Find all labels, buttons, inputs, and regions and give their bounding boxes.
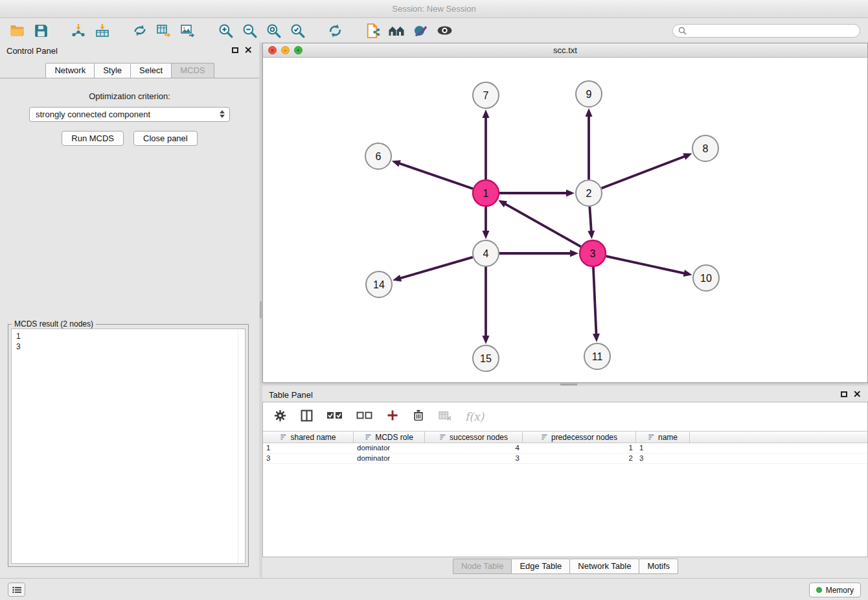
toolbar-search [672, 24, 860, 38]
document-network-icon [365, 23, 381, 39]
table-row[interactable]: 3dominator323 [263, 454, 867, 464]
deselect-all-columns-button[interactable] [356, 410, 373, 423]
document-network-button[interactable] [362, 21, 383, 40]
column-label: predecessor nodes [551, 433, 617, 442]
zoom-in-button[interactable] [215, 21, 236, 40]
optimization-dropdown[interactable]: strongly connected component [29, 107, 230, 122]
home-icon [388, 23, 405, 38]
table-cell: 1 [523, 443, 636, 453]
scrollbar-track[interactable] [238, 329, 238, 563]
table-settings-button[interactable] [273, 409, 287, 425]
graph-node-label: 14 [373, 279, 385, 290]
tab-style[interactable]: Style [94, 63, 131, 78]
import-network-icon [71, 23, 86, 38]
add-column-button[interactable] [386, 409, 399, 424]
table-cell: 1 [263, 443, 354, 453]
column-header-predecessor-nodes[interactable]: predecessor nodes [523, 432, 636, 443]
memory-status-icon [816, 587, 822, 593]
graph-edge-arrowhead [566, 190, 575, 197]
zoom-selected-button[interactable] [287, 21, 308, 40]
open-session-button[interactable] [6, 21, 27, 40]
tab-edge-table[interactable]: Edge Table [511, 559, 570, 574]
table-panel-title: Table Panel [269, 390, 313, 400]
show-columns-button[interactable] [300, 409, 314, 425]
apply-style-button[interactable] [410, 21, 431, 40]
main-toolbar [0, 19, 868, 42]
network-canvas[interactable]: 7968124314101511 [263, 58, 867, 382]
refresh-layout-button[interactable] [325, 21, 345, 40]
column-label: successor nodes [450, 433, 508, 442]
graph-edge-2-8[interactable] [602, 156, 685, 188]
close-panel-button[interactable]: Close panel [133, 131, 198, 146]
tab-select[interactable]: Select [130, 63, 172, 78]
sort-icon [280, 433, 287, 441]
close-panel-icon[interactable]: × [244, 46, 253, 54]
mcds-result-line: 3 [16, 341, 245, 352]
function-builder-button[interactable]: f(x) [465, 410, 484, 423]
column-header-successor-nodes[interactable]: successor nodes [425, 432, 523, 443]
graph-edge-3-1[interactable] [505, 204, 581, 247]
network-window: × − + scc.txt 7968124314101511 [262, 43, 868, 383]
delete-table-button[interactable] [438, 409, 452, 424]
node-table-rows: 1dominator4113dominator323 [263, 443, 867, 464]
show-details-button[interactable] [434, 21, 455, 40]
graph-edge-4-14[interactable] [400, 257, 473, 279]
close-table-panel-icon[interactable]: × [853, 390, 862, 398]
float-table-panel-icon[interactable] [841, 391, 847, 397]
network-window-titlebar[interactable]: × − + scc.txt [263, 43, 867, 58]
export-network-button[interactable] [130, 21, 150, 40]
status-menu-button[interactable] [8, 583, 25, 597]
tab-network[interactable]: Network [45, 63, 95, 78]
graph-edge-2-3[interactable] [589, 207, 591, 231]
table-cell: 1 [636, 443, 690, 453]
column-header-shared-name[interactable]: shared name [263, 432, 354, 443]
export-image-button[interactable] [177, 21, 198, 40]
table-cell: 2 [523, 454, 636, 463]
graph-node-label: 3 [590, 248, 596, 259]
tab-mcds[interactable]: MCDS [171, 63, 214, 78]
export-table-button[interactable] [154, 21, 174, 40]
delete-column-button[interactable] [412, 409, 425, 424]
memory-button[interactable]: Memory [809, 583, 861, 597]
export-image-icon [180, 23, 196, 38]
table-cell: dominator [354, 443, 425, 453]
zoom-selected-icon [290, 23, 306, 39]
import-network-button[interactable] [68, 21, 89, 40]
graph-edge-1-6[interactable] [399, 163, 473, 189]
zoom-in-icon [218, 23, 234, 39]
apply-style-icon [413, 23, 428, 38]
home-button[interactable] [386, 21, 407, 40]
graph-node-label: 9 [586, 89, 592, 100]
zoom-fit-button[interactable] [263, 21, 284, 40]
table-cell: 3 [425, 454, 523, 463]
graph-edge-3-11[interactable] [593, 267, 597, 334]
node-table-header: shared nameMCDS rolesuccessor nodesprede… [263, 431, 867, 443]
tab-node-table[interactable]: Node Table [453, 559, 512, 574]
graph-edge-arrowhead [683, 270, 692, 277]
zoom-out-button[interactable] [239, 21, 260, 40]
mcds-result-title: MCDS result (2 nodes) [12, 319, 96, 329]
export-network-icon [132, 23, 148, 38]
column-header-name[interactable]: name [636, 432, 690, 443]
close-window-icon[interactable]: × [268, 46, 277, 54]
maximize-window-icon[interactable]: + [294, 46, 303, 54]
select-all-columns-button[interactable] [326, 410, 343, 423]
graph-node-label: 10 [700, 273, 712, 284]
import-table-button[interactable] [92, 21, 113, 40]
tab-network-table[interactable]: Network Table [569, 559, 639, 574]
run-mcds-button[interactable]: Run MCDS [62, 131, 124, 146]
search-input[interactable] [672, 24, 860, 38]
column-header-MCDS-role[interactable]: MCDS role [354, 432, 425, 443]
open-folder-icon [9, 23, 25, 38]
table-row[interactable]: 1dominator411 [263, 443, 867, 454]
control-panel-title: Control Panel [6, 46, 58, 56]
eye-icon [436, 25, 453, 36]
save-session-button[interactable] [30, 21, 51, 40]
tab-motifs[interactable]: Motifs [639, 559, 678, 574]
column-label: MCDS role [375, 433, 413, 442]
window-titlebar: Session: New Session [0, 0, 868, 18]
graph-edge-3-10[interactable] [606, 256, 685, 273]
graph-edge-arrowhead [483, 336, 490, 344]
float-panel-icon[interactable] [232, 47, 238, 53]
minimize-window-icon[interactable]: − [281, 46, 290, 54]
